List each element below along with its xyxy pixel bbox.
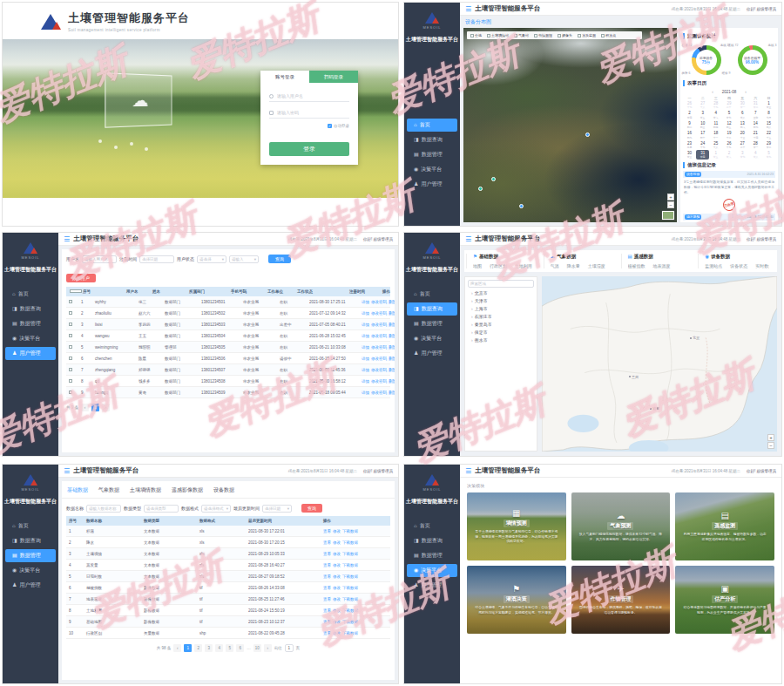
calendar-day[interactable]: 4廿六 bbox=[709, 110, 722, 119]
row-checkbox[interactable] bbox=[69, 379, 72, 383]
password-input[interactable] bbox=[277, 110, 349, 115]
calendar-day[interactable]: 29二十 bbox=[722, 100, 735, 110]
sidebar-nav-item[interactable]: ◨数据查询 bbox=[407, 302, 457, 316]
row-action-link[interactable]: 下载数据 bbox=[342, 563, 358, 567]
layer-toggle[interactable]: 摄像头 bbox=[558, 33, 572, 37]
row-action-link[interactable]: 详情 bbox=[362, 334, 369, 338]
region-tree-item[interactable]: ›保定市 bbox=[468, 327, 534, 335]
row-action-link[interactable]: 查看 bbox=[323, 586, 331, 590]
next-page-button[interactable]: › bbox=[264, 644, 272, 652]
category-item[interactable]: 地表温度 bbox=[653, 263, 671, 268]
row-action-link[interactable]: 下载数据 bbox=[342, 529, 358, 533]
add-user-button[interactable]: 添加用户 bbox=[66, 274, 96, 282]
row-action-link[interactable]: 详情 bbox=[362, 379, 369, 384]
calendar-day[interactable]: 20十三 bbox=[736, 130, 749, 139]
calendar-day[interactable]: 31廿二 bbox=[749, 100, 762, 110]
row-action-link[interactable]: 下载数据 bbox=[342, 620, 358, 624]
calendar-day[interactable]: 6廿八 bbox=[736, 110, 749, 119]
row-action-link[interactable]: 修改 bbox=[333, 586, 341, 590]
row-action-link[interactable]: 修改密码 bbox=[371, 311, 387, 316]
row-action-link[interactable]: 修改 bbox=[333, 631, 341, 635]
zoom-in-button[interactable]: + bbox=[767, 434, 774, 441]
category-item[interactable]: 监测站点 bbox=[705, 263, 722, 268]
sidebar-nav-item[interactable]: ⌂首页 bbox=[407, 119, 457, 132]
menu-toggle-icon[interactable]: ☰ bbox=[465, 467, 471, 475]
data-tab[interactable]: 土壤墒情数据 bbox=[130, 486, 161, 494]
calendar-day[interactable]: 17初十 bbox=[696, 130, 709, 139]
row-action-link[interactable]: 删除 bbox=[389, 323, 395, 327]
calendar-day[interactable]: 29廿二 bbox=[762, 140, 775, 150]
vector-map[interactable]: 北京兰州成都 + − bbox=[542, 276, 777, 452]
region-tree-item[interactable]: ›秦皇岛市 bbox=[468, 319, 534, 327]
checkbox-icon[interactable] bbox=[558, 34, 561, 37]
calendar-day[interactable]: 25十八 bbox=[709, 140, 722, 150]
calendar-prev-icon[interactable]: ‹ bbox=[712, 90, 713, 94]
checkbox-icon[interactable] bbox=[470, 34, 474, 37]
sidebar-nav-item[interactable]: ◨数据查询 bbox=[407, 534, 457, 547]
search-button[interactable]: 查询 bbox=[268, 255, 291, 263]
calendar-day[interactable]: 3廿五 bbox=[696, 110, 709, 119]
calendar-day[interactable]: 19十二 bbox=[722, 130, 735, 139]
update-date-select[interactable]: 选择日期▾ bbox=[262, 505, 292, 513]
login-tab[interactable]: 扫码登录 bbox=[309, 71, 358, 83]
sidebar-nav-item[interactable]: ◉决策平台 bbox=[407, 332, 457, 345]
row-action-link[interactable]: 下载数据 bbox=[342, 586, 358, 590]
calendar-day[interactable]: 10初三 bbox=[696, 120, 709, 130]
row-action-link[interactable]: 修改密码 bbox=[371, 300, 387, 304]
row-action-link[interactable]: 详情 bbox=[362, 368, 369, 372]
row-action-link[interactable]: 下载数据 bbox=[342, 597, 358, 601]
row-action-link[interactable]: 详情 bbox=[362, 300, 369, 304]
row-action-link[interactable]: 查看 bbox=[323, 574, 331, 579]
login-button[interactable]: 登录 bbox=[269, 142, 349, 156]
page-number[interactable]: 3 bbox=[205, 644, 213, 652]
decision-card[interactable]: ✈ 作物管理 围绕作物全生育期，提供播种、施肥、植保、收获等农事活动管理与提醒服… bbox=[571, 566, 671, 634]
sidebar-nav-item[interactable]: ▤数据管理 bbox=[407, 148, 457, 161]
row-action-link[interactable]: 修改 bbox=[333, 597, 341, 601]
menu-toggle-icon[interactable]: ☰ bbox=[64, 235, 70, 243]
sidebar-nav-item[interactable]: ♟用户管理 bbox=[407, 347, 457, 360]
sidebar-nav-item[interactable]: ⌂首页 bbox=[407, 288, 457, 301]
calendar-day[interactable]: 1廿三 bbox=[762, 100, 775, 110]
category-item[interactable]: 土地利用 bbox=[515, 263, 532, 268]
expand-arrow-icon[interactable]: › bbox=[471, 290, 473, 295]
row-action-link[interactable]: 查看 bbox=[323, 529, 331, 533]
calendar-day[interactable]: 27十八 bbox=[696, 100, 709, 110]
row-action-link[interactable]: 删除 bbox=[389, 345, 395, 350]
layer-toggle[interactable]: 积水点 bbox=[601, 33, 616, 37]
page-number[interactable]: 4 bbox=[215, 644, 223, 652]
layer-toggle[interactable]: 气象站 bbox=[514, 33, 529, 37]
sidebar-nav-item[interactable]: ▤数据管理 bbox=[5, 549, 56, 562]
row-checkbox[interactable] bbox=[69, 345, 72, 349]
calendar-day[interactable]: 18十一 bbox=[709, 130, 722, 139]
row-action-link[interactable]: 下载数据 bbox=[342, 540, 358, 545]
checkbox-icon[interactable] bbox=[487, 34, 490, 37]
row-action-link[interactable]: 详情 bbox=[362, 345, 369, 350]
sidebar-nav-item[interactable]: ◨数据查询 bbox=[5, 534, 56, 547]
dept-select[interactable]: 请输入▾ bbox=[229, 255, 259, 263]
calendar-next-icon[interactable]: › bbox=[745, 90, 747, 94]
row-action-link[interactable]: 删除 bbox=[389, 311, 395, 316]
page-number[interactable]: 10 bbox=[253, 644, 261, 652]
row-checkbox[interactable] bbox=[69, 323, 72, 326]
row-action-link[interactable]: 查看 bbox=[323, 597, 331, 601]
calendar-day[interactable]: 28廿一 bbox=[749, 140, 762, 150]
format-select[interactable]: 请选择格式▾ bbox=[201, 505, 231, 513]
row-checkbox[interactable] bbox=[69, 334, 72, 337]
row-action-link[interactable]: 删除 bbox=[389, 368, 395, 372]
row-action-link[interactable]: 修改密码 bbox=[371, 391, 387, 395]
page-number[interactable]: 5 bbox=[226, 644, 233, 652]
region-tree-item[interactable]: ›北京市 bbox=[468, 288, 534, 295]
data-tab[interactable]: 遥感影像数据 bbox=[172, 486, 203, 494]
header-user[interactable]: 你好! 超级管理员 bbox=[747, 237, 776, 241]
page-number[interactable]: 1 bbox=[184, 644, 192, 652]
page-number[interactable]: 6 bbox=[236, 644, 244, 652]
row-action-link[interactable]: 下载数据 bbox=[342, 608, 358, 613]
data-name-input[interactable] bbox=[86, 505, 121, 513]
layer-toggle[interactable]: 土壤墒情站 bbox=[487, 33, 509, 37]
sidebar-nav-item[interactable]: ▤数据管理 bbox=[407, 549, 457, 562]
layer-toggle[interactable]: 全选 bbox=[470, 33, 482, 37]
row-action-link[interactable]: 下载数据 bbox=[342, 574, 358, 579]
search-button[interactable]: 查询 bbox=[301, 504, 322, 513]
calendar-day[interactable]: 23处暑 bbox=[683, 140, 696, 150]
calendar-day[interactable]: 24十七 bbox=[696, 140, 709, 150]
